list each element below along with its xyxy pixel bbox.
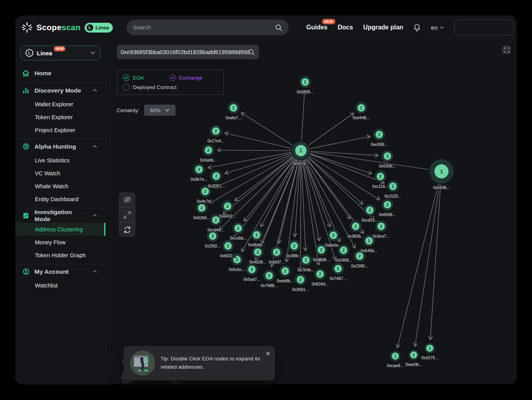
svg-text:2: 2 [236, 257, 238, 262]
graph-node-n62b5[interactable]: 2 [196, 202, 208, 214]
graph-node-neb8b[interactable]: 2 [279, 265, 291, 277]
graph-node-nb5f7[interactable]: 2 [271, 246, 282, 258]
chevron-up-icon[interactable] [91, 212, 98, 219]
graph-canvas[interactable]: 1122222222222222222222222222222222222222… [106, 39, 517, 384]
graph-node-n398c[interactable]: 2 [288, 240, 300, 252]
sidebar-item-investigation-mode[interactable]: Investigation Mode [15, 208, 105, 223]
graph-node-label: 0x4e7d... [197, 199, 214, 204]
graph-node-n2691[interactable]: 2 [295, 274, 306, 285]
nav-guides[interactable]: Guides NEW [306, 24, 328, 31]
sidebar-item-live-statistics[interactable]: Live Statistics [15, 154, 105, 167]
eye-off-icon [123, 196, 132, 204]
hide-labels-button[interactable] [119, 192, 136, 207]
graph-node-n6006[interactable]: 2 [382, 199, 393, 211]
graph-node-n0b7e[interactable]: 2 [193, 164, 205, 175]
graph-node-nae0b[interactable]: 1 [409, 350, 419, 360]
close-icon[interactable]: ✕ [265, 351, 270, 356]
graph-node-n7487[interactable]: 2 [332, 263, 344, 275]
graph-node-ne399[interactable]: 2 [373, 129, 385, 140]
graph-node-nc116[interactable]: 2 [375, 171, 386, 182]
graph-node-nd6dd[interactable]: 2 [251, 229, 262, 241]
graph-node-n8e5e[interactable]: 2 [328, 229, 339, 241]
filter-deployed-contract[interactable]: Deployed Contract [123, 84, 177, 91]
graph-node-n17e4[interactable]: 2 [210, 125, 222, 137]
refresh-button[interactable] [119, 222, 136, 237]
svg-text:1: 1 [429, 346, 431, 351]
graph-node-ncd15[interactable]: 2 [364, 204, 376, 216]
graph-node-n7988[interactable]: 2 [263, 270, 275, 282]
checkbox-unchecked-icon [123, 84, 130, 91]
graph-node-n4d39[interactable]: 2 [252, 246, 264, 258]
graph-node-nafa7[interactable]: 2 [228, 102, 239, 114]
graph-edge [301, 160, 306, 251]
graph-node-n3379[interactable]: 1 [425, 343, 435, 354]
filter-exchange[interactable]: Exchange [169, 75, 203, 81]
chevron-up-icon[interactable] [91, 268, 98, 275]
sidebar-item-token-holder-graph[interactable]: Token Holder Graph [15, 249, 105, 262]
sidebar-item-whale-watch[interactable]: Whale Watch [15, 180, 105, 193]
nav-upgrade-plan[interactable]: Upgrade plan [363, 24, 403, 31]
certainty-dropdown[interactable]: 60% [144, 105, 176, 116]
graph-node-n2051[interactable]: 2 [210, 170, 222, 182]
sidebar: L Linea NEW HomeDiscovery ModeWallet Exp… [15, 39, 106, 384]
graph-node-n360b[interactable]: 2 [350, 220, 362, 232]
graph-edge [218, 150, 291, 151]
notification-bell-icon[interactable] [413, 24, 421, 32]
graph-node-n5ad7[interactable]: 2 [246, 264, 258, 275]
fit-view-button[interactable] [119, 207, 136, 222]
filter-eoa[interactable]: EOA [123, 75, 144, 81]
graph-edge [244, 158, 295, 221]
refresh-icon [123, 226, 131, 234]
nav-docs[interactable]: Docs [338, 24, 353, 31]
graph-edge [415, 184, 440, 346]
graph-node-n826d[interactable]: 2 [314, 268, 326, 280]
network-selector[interactable]: L Linea NEW [20, 45, 100, 60]
graph-node-nfd22[interactable]: 2 [222, 240, 234, 252]
svg-text:1: 1 [413, 353, 415, 357]
graph-node-n5abb[interactable]: 2 [203, 144, 214, 156]
graph-node-n1525[interactable]: 2 [387, 180, 399, 192]
sidebar-item-alpha-hunting[interactable]: Alpha Hunting [15, 139, 105, 154]
sidebar-item-entity-dashboard[interactable]: Entity Dashboard [15, 193, 105, 205]
sidebar-item-label: My Account [34, 268, 86, 275]
fullscreen-button[interactable] [502, 45, 511, 54]
sidebar-item-watchlist[interactable]: Watchlist [15, 279, 105, 292]
graph-node-nce8d[interactable]: 2 [232, 222, 244, 234]
sidebar-item-wallet-explorer[interactable]: Wallet Explorer [15, 98, 105, 111]
graph-node-label: 0xb5f7... [269, 260, 284, 264]
chevron-up-icon[interactable] [91, 143, 98, 150]
sidebar-item-address-clustering[interactable]: Address Clustering [15, 223, 105, 236]
logo[interactable]: Scopescan L Linea [22, 16, 113, 39]
graph-node-n6432[interactable]: 2 [222, 200, 233, 212]
wallet-connect-button[interactable] [454, 20, 514, 35]
sidebar-item-discovery-mode[interactable]: Discovery Mode [15, 83, 105, 98]
graph-node-ncae8[interactable]: 1 [390, 351, 401, 362]
graph-node-n5805[interactable]: 2 [299, 76, 311, 88]
graph-node-n530b[interactable]: 2 [382, 150, 393, 162]
global-search-input[interactable] [133, 24, 275, 31]
sidebar-item-vc-watch[interactable]: VC Watch [15, 167, 105, 180]
graph-node-e936[interactable]: 1 [429, 159, 454, 184]
sidebar-item-money-flow[interactable]: Money Flow [15, 236, 105, 249]
address-input[interactable] [121, 49, 253, 55]
language-selector[interactable]: en [431, 24, 444, 31]
graph-node-label: 0x645b... [360, 248, 377, 253]
graph-node-label: 0xcd48... [208, 227, 224, 232]
graph-edge [225, 153, 291, 173]
address-search-box[interactable] [117, 45, 259, 59]
sidebar-item-project-explorer[interactable]: Project Explorer [15, 124, 105, 136]
sidebar-item-home[interactable]: Home [15, 66, 105, 80]
chevron-up-icon[interactable] [91, 87, 98, 94]
svg-text:2: 2 [293, 244, 295, 248]
sidebar-item-my-account[interactable]: My Account [15, 264, 105, 279]
network-badge[interactable]: L Linea [85, 23, 113, 33]
global-search[interactable] [127, 20, 289, 35]
graph-node-hub[interactable]: 1 [292, 142, 310, 160]
graph-toolbar [119, 192, 136, 237]
svg-text:2: 2 [204, 189, 206, 194]
svg-text:2: 2 [380, 224, 382, 229]
sidebar-item-token-explorer[interactable]: Token Explorer [15, 111, 105, 124]
graph-node-label: 0x2390... [351, 264, 368, 268]
graph-edge [309, 113, 353, 145]
graph-node-ne948[interactable]: 2 [355, 102, 367, 114]
